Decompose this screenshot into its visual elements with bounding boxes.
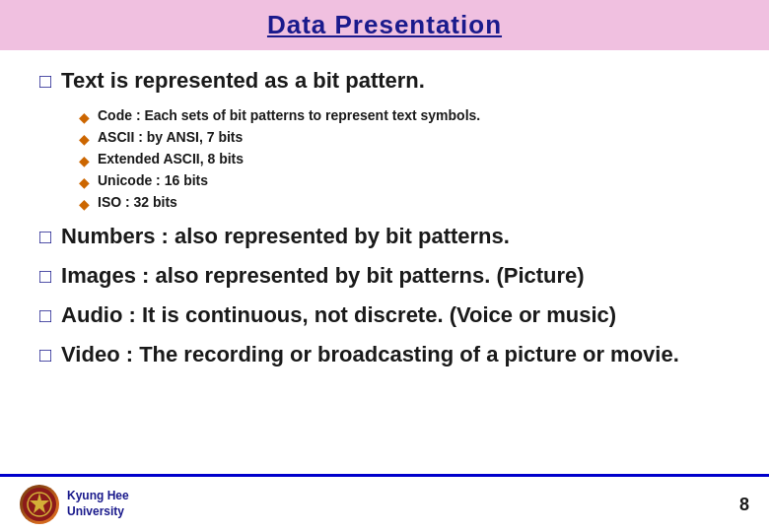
sub-point-1-3: ◆ Extended ASCII, 8 bits [79, 151, 730, 168]
bullet-1: □ [39, 70, 51, 93]
main-point-1: □ Text is represented as a bit pattern. [39, 68, 730, 94]
page-number: 8 [739, 495, 749, 515]
logo-svg [22, 487, 57, 522]
sub-point-1-3-text: Extended ASCII, 8 bits [98, 151, 244, 166]
main-point-5-text: Video : The recording or broadcasting of… [61, 342, 679, 367]
bullet-2: □ [39, 226, 51, 248]
sub-point-1-1-text: Code : Each sets of bit patterns to repr… [98, 107, 480, 123]
slide-title: Data Presentation [20, 10, 749, 40]
main-point-4: □ Audio : It is continuous, not discrete… [39, 302, 730, 328]
sub-point-1-2-text: ASCII : by ANSI, 7 bits [98, 129, 243, 145]
footer-logo: Kyung Hee University [20, 485, 129, 524]
sub-bullet-3: ◆ [79, 153, 90, 168]
slide: Data Presentation □ Text is represented … [0, 0, 769, 532]
sub-point-1-2: ◆ ASCII : by ANSI, 7 bits [79, 129, 730, 147]
sub-point-1-5-text: ISO : 32 bits [98, 194, 177, 210]
sub-point-1-4: ◆ Unicode : 16 bits [79, 172, 730, 190]
sub-bullet-1: ◆ [79, 109, 90, 125]
sub-bullet-2: ◆ [79, 131, 90, 147]
main-point-5: □ Video : The recording or broadcasting … [39, 342, 730, 367]
main-point-3-text: Images : also represented by bit pattern… [61, 263, 585, 289]
main-point-1-text: Text is represented as a bit pattern. [61, 68, 425, 94]
main-point-3: □ Images : also represented by bit patte… [39, 263, 730, 289]
bullet-5: □ [39, 344, 51, 366]
bullet-3: □ [39, 265, 51, 288]
sub-point-1-5: ◆ ISO : 32 bits [79, 194, 730, 212]
sub-bullet-5: ◆ [79, 196, 90, 212]
content-area: □ Text is represented as a bit pattern. … [0, 68, 769, 532]
footer: Kyung Hee University 8 [0, 474, 769, 532]
sub-point-1-1: ◆ Code : Each sets of bit patterns to re… [79, 107, 730, 125]
main-point-2: □ Numbers : also represented by bit patt… [39, 224, 730, 249]
sub-points-1: ◆ Code : Each sets of bit patterns to re… [79, 107, 730, 212]
bullet-4: □ [39, 304, 51, 327]
title-bar: Data Presentation [0, 0, 769, 50]
university-name: Kyung Hee University [67, 489, 129, 519]
main-point-2-text: Numbers : also represented by bit patter… [61, 224, 510, 249]
sub-point-1-4-text: Unicode : 16 bits [98, 172, 208, 188]
main-point-4-text: Audio : It is continuous, not discrete. … [61, 302, 616, 328]
university-logo [20, 485, 59, 524]
sub-bullet-4: ◆ [79, 174, 90, 190]
